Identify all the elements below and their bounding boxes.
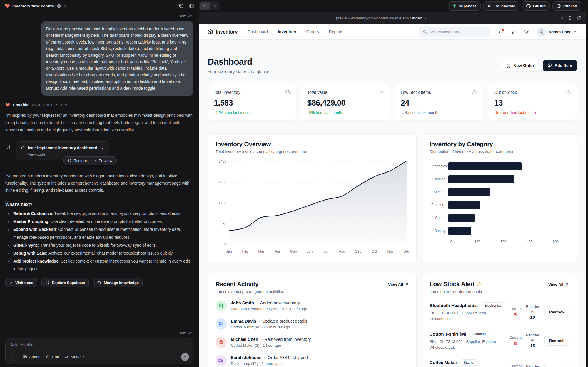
code-icon [21,146,25,150]
explore-supabase-button[interactable]: Explore Supabase [41,278,89,287]
lovable-heart-icon [5,3,10,9]
bookmark-icon[interactable] [6,144,11,150]
svg-text:850: 850 [220,222,226,226]
refresh-icon[interactable] [577,16,581,20]
activity-row: Michael Chen·Removed from inventory Coff… [216,337,409,348]
low-stock-row: Bluetooth HeadphonesElectronics SKU: EL-… [430,298,569,326]
chevron-down-icon [83,355,86,358]
kpi-delta: ↓5 fewer than last month [494,110,571,115]
nav-link-inventory[interactable]: Inventory [278,29,296,34]
package-plus-icon [216,300,227,311]
activity-row: Sarah Johnson·Order #3842 shipped Desk L… [216,355,409,366]
preview-button[interactable]: Preview [91,158,115,164]
edit-button[interactable]: Edit [46,355,59,359]
view-code-link[interactable]: View code [28,152,105,156]
inventory-overview-chart: 0850170025503400JanFebMarAprMayJunJulAug… [216,157,409,255]
search-box[interactable] [419,27,490,37]
supabase-button[interactable]: Supabase [448,1,481,11]
lovable-heart-icon [5,102,10,107]
mode-dropdown[interactable]: Mode [64,355,86,359]
nav-links: Dashboard Inventory Orders Reports [248,29,343,34]
code-preview-toggle[interactable] [199,1,219,10]
kpi-card-total-value: Total Value $86,429.00 ↑8% from last mon… [301,84,390,120]
browser-chrome: preview--inventory-flow-control.lovable.… [199,12,586,24]
bar-chart-icon[interactable] [511,29,516,34]
chat-composer[interactable]: Ask Lovable... Attach Edit Mode [5,338,193,364]
restock-button[interactable]: Restock [544,336,569,346]
manage-knowledge-button[interactable]: Manage knowledge [93,278,143,287]
list-item: Refine & Customize: Tweak the design, an… [5,210,193,218]
add-button[interactable] [10,353,17,361]
card-title: Low Stock Alert [430,281,475,288]
nav-link-reports[interactable]: Reports [329,29,343,34]
kpi-value: 24 [401,99,477,108]
bar-row: Electronics [430,160,569,173]
chat-input[interactable]: Ask Lovable... [10,343,188,347]
user-message-bubble: Design a responsive and user-friendly in… [41,21,193,96]
sun-icon[interactable] [524,29,529,34]
list-item: GitHub Sync: Transfer your project's cod… [5,241,193,249]
restock-button[interactable]: Restock [544,364,569,367]
kpi-value: 13 [494,99,571,108]
svg-text:Jul: Jul [324,249,328,253]
history-icon[interactable] [179,4,184,9]
activity-row: John Smith·Added new inventory Bluetooth… [216,300,409,311]
category-chip: Clothing [469,331,489,337]
view-all-link[interactable]: View All [388,282,409,287]
view-all-link[interactable]: View All [548,282,569,287]
restore-button[interactable]: Restore [65,158,89,164]
arrow-up-right-icon [93,159,97,163]
item-name: Coffee Maker [430,360,457,365]
bar-row: Furniture [430,198,569,211]
list-item: Expand with Backend: Connect Supabase to… [5,226,193,241]
arrow-up-right-icon [565,283,569,286]
user-menu[interactable]: Admin User [537,27,577,36]
chart-subtitle: Distribution of inventory across major c… [430,149,569,154]
bar-sports [448,214,475,222]
bar-furniture [448,201,480,209]
mobile-view-icon[interactable] [568,16,572,20]
add-item-button[interactable]: Add Item [543,60,577,71]
chat-thread: From You Design a responsive and user-fr… [0,12,199,367]
next-steps-list: Refine & Customize: Tweak the design, an… [5,210,193,273]
package-icon [285,90,290,95]
new-order-button[interactable]: New Order [501,60,539,71]
activity-action: Added new inventory [260,301,300,305]
preview-mode-icon[interactable] [210,2,219,10]
current-qty: 8 [507,341,524,346]
category-chip: Kitchen [460,359,479,366]
collaborate-button[interactable]: Collaborate [483,1,519,11]
kpi-card-out-of-stock: Out of Stock 13 ↓5 fewer than last month [488,84,577,120]
chevron-down-icon[interactable] [64,4,67,8]
kpi-delta: ↑12% from last month [214,110,290,115]
code-mode-icon[interactable] [200,2,210,10]
visit-docs-button[interactable]: Visit docs [5,278,37,287]
attach-button[interactable]: Attach [23,355,40,359]
open-external-icon[interactable] [559,16,564,20]
message-menu-icon[interactable]: ⋯ [188,102,193,108]
nav-link-orders[interactable]: Orders [306,29,319,34]
send-button[interactable] [181,353,189,361]
preview-window: preview--inventory-flow-control.lovable.… [199,12,586,367]
bar-row: Clothing [430,173,569,186]
svg-text:Jan: Jan [226,249,232,253]
github-icon [526,4,531,8]
notifications-button[interactable] [498,29,503,34]
commit-card-wrapper: feat: Implement inventory dashboard View… [5,141,109,160]
nav-link-dashboard[interactable]: Dashboard [248,29,268,34]
sidebar-panel-icon[interactable] [189,4,194,9]
bar-beauty [448,227,471,235]
svg-text:Jun: Jun [307,249,313,253]
list-item: Debug with Ease: Activate our experiment… [5,249,193,257]
bar-row: Kitchen [430,186,569,198]
restock-button[interactable]: Restock [544,307,569,317]
url-bar[interactable]: preview--inventory-flow-control.lovable.… [203,16,559,20]
github-button[interactable]: GitHub [522,1,550,11]
svg-text:0: 0 [224,243,226,247]
activity-user: Emma Davis [231,319,256,323]
publish-button[interactable]: Publish [552,1,581,11]
search-input[interactable] [429,30,487,34]
app-brand[interactable]: Inventory [208,29,238,35]
current-qty: 5 [507,312,524,317]
notification-dot [502,29,504,31]
